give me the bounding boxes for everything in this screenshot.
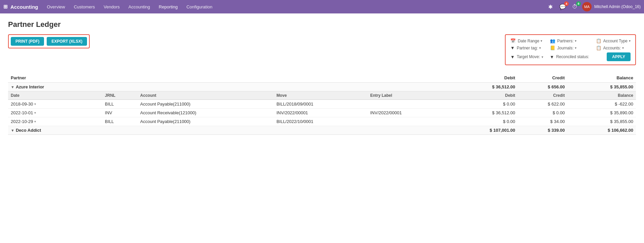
header-spacer3 [274,73,368,83]
reconciled-status-filter[interactable]: ▼ Reconciled status: [550,54,589,59]
date-range-caret: ▾ [541,39,542,43]
sh-date: Date [8,91,102,100]
row-balance: $ -622.00 [567,100,636,109]
chat-icon-btn[interactable]: 💬 4 [558,2,567,11]
sh-credit: Credit [518,91,568,100]
partner-balance: $ 35,855.00 [567,83,636,91]
row-move[interactable]: BILL/2022/10/0001 [274,117,368,126]
row-entry-label [368,117,449,126]
row-move[interactable]: BILL/2018/09/0001 [274,100,368,109]
header-partner: Partner [8,73,102,83]
chat-badge: 4 [564,1,569,6]
table-row[interactable]: 2022-10-29 ▾ BILL Account Payable(211000… [8,117,636,126]
timer-icon-btn[interactable]: ⏱ 8 [570,2,579,11]
row-credit: $ 34.00 [518,117,568,126]
table-row[interactable]: 2018-09-30 ▾ BILL Account Payable(211000… [8,100,636,109]
row-date[interactable]: 2018-09-30 ▾ [8,100,102,109]
row-move[interactable]: INV/2022/00001 [274,109,368,117]
grid-icon: ⊞ [3,4,8,10]
account-type-caret: ▾ [629,39,631,43]
partner-debit: $ 36,512.00 [449,83,518,91]
partner-name-cell: ▼ Azure Interior [8,83,449,91]
partner-credit: $ 656.00 [518,83,568,91]
user-avatar[interactable]: MA [582,2,592,11]
row-date[interactable]: 2022-10-01 ▾ [8,109,102,117]
print-pdf-button[interactable]: PRINT (PDF) [11,37,44,46]
row-account: Account Receivable(121000) [137,109,274,117]
partners-caret: ▾ [575,39,576,43]
row-entry-label [368,100,449,109]
header-spacer2 [137,73,274,83]
journals-filter[interactable]: 📒 Journals: ▾ [550,45,589,50]
journals-icon: 📒 [550,45,555,50]
calendar-icon: 📅 [510,38,516,43]
partner-row[interactable]: ▼ Azure Interior $ 36,512.00 $ 656.00 $ … [8,83,636,91]
partner-tag-filter[interactable]: ▼ Partner tag: ▾ [510,45,543,50]
row-account: Account Payable(211000) [137,117,274,126]
journals-caret: ▾ [575,46,576,50]
nav-reporting[interactable]: Reporting [155,2,182,11]
date-caret-icon: ▾ [34,120,36,123]
sh-move: Move [274,91,368,100]
chevron-icon: ▼ [11,128,14,132]
partner-debit: $ 107,001.00 [449,126,518,135]
sh-entry-label: Entry Label [368,91,449,100]
sh-debit: Debit [449,91,518,100]
apply-button[interactable]: APPLY [607,52,631,61]
row-credit: $ 622.00 [518,100,568,109]
account-type-icon: 📋 [596,38,601,43]
date-caret-icon: ▾ [34,111,36,115]
app-logo[interactable]: ⊞ Accounting [3,4,38,10]
accounts-caret: ▾ [622,46,624,50]
row-debit: $ 36,512.00 [449,109,518,117]
nav-customers[interactable]: Customers [70,2,99,11]
row-jrnl: INV [102,109,137,117]
partner-name[interactable]: ▼ Deco Addict [11,128,447,133]
app-name: Accounting [10,4,38,10]
sh-balance: Balance [567,91,636,100]
date-range-filter[interactable]: 📅 Date Range ▾ [510,38,543,43]
export-xlsx-button[interactable]: EXPORT (XLSX) [47,37,87,46]
main-header-row: Partner Debit Credit Balance [8,73,636,83]
target-move-icon: ▼ [510,54,515,59]
accounts-filter[interactable]: 📋 Accounts: ▾ [596,45,631,50]
plugin-icon: ✱ [548,4,553,10]
action-buttons-panel: PRINT (PDF) EXPORT (XLSX) [8,34,90,48]
sub-header-row: Date JRNL Account Move Entry Label Debit… [8,91,636,100]
header-spacer1 [102,73,137,83]
action-filter-row: PRINT (PDF) EXPORT (XLSX) 📅 Date Range ▾… [8,34,636,65]
nav-menu: Overview Customers Vendors Accounting Re… [43,2,545,11]
nav-vendors[interactable]: Vendors [100,2,124,11]
account-type-filter[interactable]: 📋 Account Type ▾ [596,38,631,43]
date-caret-icon: ▾ [34,102,36,106]
partner-credit: $ 339.00 [518,126,568,135]
nav-overview[interactable]: Overview [43,2,69,11]
sh-jrnl: JRNL [102,91,137,100]
header-debit: Debit [449,73,518,83]
target-move-filter[interactable]: ▼ Target Move: ▾ [510,54,543,59]
header-credit: Credit [518,73,568,83]
filter-icon: ▼ [510,45,515,50]
target-move-caret: ▾ [542,55,543,59]
user-name[interactable]: Mitchell Admin (Odoo_16) [594,4,641,9]
row-entry-label: INV/2022/00001 [368,109,449,117]
reconciled-icon: ▼ [550,54,554,59]
row-date[interactable]: 2022-10-29 ▾ [8,117,102,126]
partners-filter[interactable]: 👥 Partners: ▾ [550,38,589,43]
nav-accounting[interactable]: Accounting [124,2,154,11]
main-content: Partner Ledger PRINT (PDF) EXPORT (XLSX)… [0,13,644,243]
row-jrnl: BILL [102,117,137,126]
partners-icon: 👥 [550,38,555,43]
partner-row[interactable]: ▼ Deco Addict $ 107,001.00 $ 339.00 $ 10… [8,126,636,135]
nav-configuration[interactable]: Configuration [182,2,216,11]
table-row[interactable]: 2022-10-01 ▾ INV Account Receivable(1210… [8,109,636,117]
top-navigation: ⊞ Accounting Overview Customers Vendors … [0,0,644,13]
plugin-icon-btn[interactable]: ✱ [546,2,555,11]
partner-tag-caret: ▾ [539,46,541,50]
chevron-icon: ▼ [11,85,14,89]
partner-name[interactable]: ▼ Azure Interior [11,84,447,89]
header-spacer4 [368,73,449,83]
partner-name-cell: ▼ Deco Addict [8,126,449,135]
avatar-img: MA [584,5,590,9]
ledger-table: Partner Debit Credit Balance ▼ Azure Int… [8,73,636,135]
